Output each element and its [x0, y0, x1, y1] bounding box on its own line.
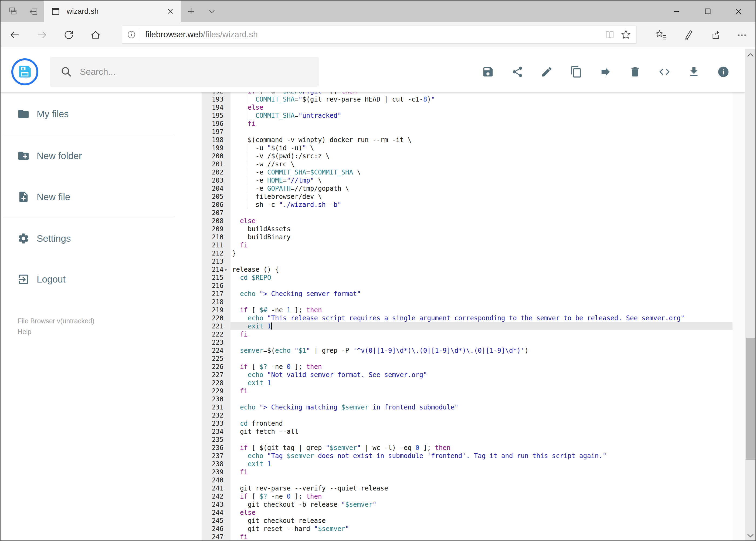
scroll-down-icon[interactable] [745, 530, 756, 541]
new-tab-button[interactable] [185, 5, 197, 17]
code-line[interactable]: fi [230, 120, 732, 128]
code-line[interactable] [230, 209, 732, 217]
code-line[interactable]: -v /$(pwd):/src:z \ [230, 152, 732, 160]
code-line[interactable]: -e HOME="//tmp" \ [230, 176, 732, 185]
sidebar-item-my-files[interactable]: My files [1, 105, 179, 123]
filebrowser-logo[interactable] [11, 58, 38, 85]
save-button[interactable] [482, 66, 494, 78]
code-line[interactable]: cd frontend [230, 419, 732, 427]
search-input[interactable]: Search... [50, 57, 319, 87]
fold-arrow-icon[interactable]: ▾ [225, 266, 227, 274]
scrollbar-thumb[interactable] [746, 338, 755, 460]
tab-close-icon[interactable] [164, 5, 176, 17]
tab-preview-icon[interactable] [7, 5, 19, 17]
site-info-icon[interactable] [126, 29, 137, 40]
code-line[interactable]: filebrowser/dev \ [230, 193, 732, 201]
code-line[interactable]: fi [230, 241, 732, 249]
code-line[interactable] [230, 298, 732, 306]
copy-button[interactable] [570, 66, 583, 78]
share-page-icon[interactable] [709, 29, 722, 41]
back-button[interactable] [8, 29, 21, 41]
sidebar-item-new-file[interactable]: New file [1, 188, 179, 206]
code-line[interactable]: if [ $? -ne 0 ]; then [230, 363, 732, 371]
code-line[interactable]: git reset --hard "$semver" [230, 525, 732, 533]
code-line[interactable]: echo "Tag $semver does not exist in subm… [230, 452, 732, 460]
code-line[interactable]: sh -c "./wizard.sh -b" [230, 201, 732, 209]
settings-more-icon[interactable] [736, 29, 748, 41]
code-line[interactable]: git rev-parse --verify --quiet release [230, 484, 732, 492]
reading-view-icon[interactable] [604, 29, 616, 41]
code-line[interactable]: fi [230, 387, 732, 395]
code-line[interactable] [230, 355, 732, 363]
code-line[interactable]: -e GOPATH=//tmp/gopath \ [230, 185, 732, 193]
code-line[interactable] [230, 258, 732, 266]
help-link[interactable]: Help [18, 328, 31, 336]
code-line[interactable]: if [ -d "$REPO/.git" ]; then [230, 92, 732, 95]
refresh-button[interactable] [62, 29, 75, 41]
code-line[interactable]: semver=$(echo "$1" | grep -P '^v(0|[1-9]… [230, 346, 732, 355]
code-line[interactable]: COMMIT_SHA="untracked" [230, 112, 732, 120]
code-line[interactable]: release () { [230, 266, 732, 273]
code-line[interactable]: else [230, 217, 732, 225]
code-line[interactable] [230, 436, 732, 444]
code-line[interactable]: exit 1 [230, 322, 732, 330]
code-line[interactable]: echo "> Checking matching $semver in fro… [230, 403, 732, 411]
close-window-button[interactable] [732, 5, 744, 17]
code-line[interactable]: exit 1 [230, 460, 732, 468]
set-tabs-aside-icon[interactable] [28, 5, 39, 17]
code-line[interactable]: exit 1 [230, 379, 732, 387]
web-note-pen-icon[interactable] [681, 29, 694, 41]
code-line[interactable]: if [ $? -ne 0 ]; then [230, 492, 732, 500]
code-line[interactable] [230, 128, 732, 136]
tab-list-chevron-icon[interactable] [206, 5, 218, 17]
code-line[interactable]: fi [230, 533, 732, 541]
code-line[interactable] [230, 411, 732, 419]
code-line[interactable]: echo "> Checking semver format" [230, 290, 732, 298]
download-button[interactable] [688, 66, 700, 78]
code-line[interactable]: git checkout -b release "$semver" [230, 500, 732, 509]
code-line[interactable] [230, 395, 732, 403]
code-line[interactable] [230, 282, 732, 290]
code-line[interactable]: if [ $(git tag | grep "$semver" | wc -l)… [230, 444, 732, 452]
info-button[interactable] [717, 66, 730, 78]
code-line[interactable]: } [230, 249, 732, 258]
code-line[interactable]: -u "$(id -u)" \ [230, 144, 732, 152]
code-line[interactable]: cd $REPO [230, 273, 732, 282]
hub-favorites-icon[interactable] [655, 29, 667, 41]
raw-code-button[interactable] [658, 66, 671, 78]
home-button[interactable] [89, 29, 102, 41]
code-line[interactable]: git fetch --all [230, 427, 732, 436]
browser-tab[interactable]: wizard.sh [44, 1, 181, 22]
forward-button[interactable] [36, 29, 48, 41]
code-line[interactable]: git checkout release [230, 517, 732, 525]
sidebar-item-logout[interactable]: Logout [1, 270, 179, 288]
code-line[interactable]: -e COMMIT_SHA=$COMMIT_SHA \ [230, 168, 732, 176]
maximize-button[interactable] [702, 5, 714, 17]
code-line[interactable]: COMMIT_SHA="$(git rev-parse HEAD | cut -… [230, 95, 732, 104]
code-line[interactable]: if [ $# -ne 1 ]; then [230, 306, 732, 314]
code-line[interactable] [230, 476, 732, 484]
sidebar-item-new-folder[interactable]: New folder [1, 147, 179, 165]
sidebar-item-settings[interactable]: Settings [1, 230, 179, 247]
editor-code[interactable]: if [ -d "$REPO/.git" ]; then COMMIT_SHA=… [230, 92, 732, 541]
code-line[interactable]: fi [230, 468, 732, 476]
code-line[interactable]: $(command -v winpty) docker run --rm -it… [230, 136, 732, 144]
code-line[interactable]: echo "Not valid semver format. See semve… [230, 371, 732, 379]
favorite-star-icon[interactable] [620, 29, 632, 41]
address-bar[interactable]: filebrowser.web/files/wizard.sh [122, 26, 636, 44]
code-line[interactable]: else [230, 104, 732, 112]
share-button[interactable] [511, 66, 524, 78]
code-line[interactable]: -w //src \ [230, 160, 732, 168]
code-line[interactable]: buildAssets [230, 225, 732, 233]
page-scrollbar[interactable] [745, 49, 756, 541]
code-line[interactable]: else [230, 509, 732, 517]
minimize-button[interactable] [670, 5, 682, 17]
scroll-up-icon[interactable] [745, 49, 756, 61]
rename-button[interactable] [541, 66, 553, 78]
code-line[interactable]: fi [230, 330, 732, 338]
delete-button[interactable] [629, 66, 641, 78]
code-line[interactable]: echo "This release script requires a sin… [230, 314, 732, 322]
code-line[interactable] [230, 338, 732, 346]
code-line[interactable]: buildBinary [230, 233, 732, 241]
move-button[interactable] [600, 66, 612, 78]
